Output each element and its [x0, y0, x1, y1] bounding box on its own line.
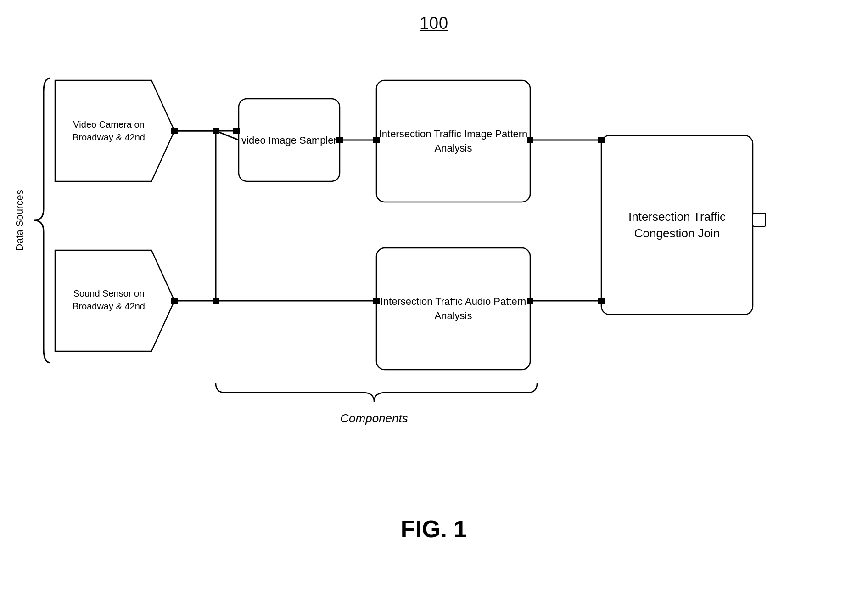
- svg-rect-19: [373, 137, 380, 143]
- data-sources-label: Data Sources: [14, 190, 25, 251]
- svg-rect-6: [753, 213, 766, 226]
- svg-rect-24: [373, 298, 380, 304]
- svg-rect-16: [233, 128, 240, 134]
- components-label: Components: [340, 411, 408, 425]
- svg-rect-22: [598, 137, 605, 143]
- page: 100 Data Sources Video Camera on Broadwa…: [0, 0, 868, 601]
- fig-label: FIG. 1: [401, 516, 467, 542]
- svg-rect-27: [598, 298, 605, 304]
